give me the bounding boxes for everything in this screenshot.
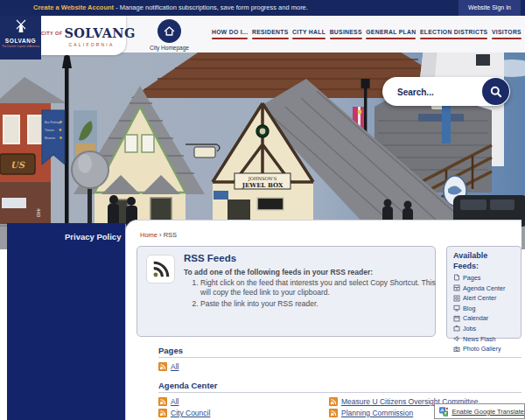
- section-title-pages: Pages: [158, 346, 183, 355]
- feed-row-agenda-all[interactable]: All: [158, 397, 178, 406]
- rss-intro-box: RSS Feeds To add one of the following fe…: [136, 246, 436, 337]
- feed-link-calendar[interactable]: Calendar: [453, 314, 521, 322]
- section-title-agenda-center: Agenda Center: [158, 381, 218, 390]
- search-bar: [382, 77, 510, 106]
- google-translate-button[interactable]: Enable Google Translate: [434, 403, 525, 419]
- banner-line-1: Bus Parking: [45, 121, 60, 124]
- content-panel: Home › RSS RSS Feeds To add one of the f…: [125, 220, 522, 420]
- nav-item-business[interactable]: BUSINESS: [330, 29, 362, 40]
- account-message: Create a Website Account - Manage notifi…: [33, 0, 308, 16]
- windmill-icon: [11, 18, 31, 33]
- rss-orange-icon: [158, 362, 167, 371]
- agenda-icon: [453, 284, 460, 291]
- create-account-link[interactable]: Create a Website Account: [33, 4, 114, 11]
- account-note: - Manage notification subscriptions, sav…: [114, 4, 308, 11]
- nav-item-how-do-i[interactable]: HOW DO I...: [212, 29, 248, 40]
- calendar-icon: [453, 315, 460, 322]
- search-icon: [489, 85, 503, 99]
- feed-link-alert-center[interactable]: Alert Center: [453, 294, 521, 302]
- logo-tagline: The Danish Capital of America: [0, 45, 41, 48]
- camera-icon: [453, 346, 460, 353]
- address-sign: 440: [36, 208, 41, 218]
- page: Create a Website Account - Manage notifi…: [0, 0, 525, 420]
- blog-icon: [453, 304, 460, 312]
- rss-steps-list: Right click on the feed that interests y…: [188, 278, 438, 310]
- shop-sign-line2: JEWEL BOX: [242, 181, 284, 189]
- rss-step-2: Paste the link into your RSS reader.: [200, 299, 438, 309]
- search-button[interactable]: [482, 78, 509, 105]
- brand-name: SOLVANG: [64, 25, 135, 40]
- brand-state: CALIFORNIA: [57, 42, 126, 47]
- nav-item-general-plan[interactable]: GENERAL PLAN: [366, 29, 416, 40]
- top-utility-bar: Create a Website Account - Manage notifi…: [0, 0, 525, 16]
- feed-row-pages-all[interactable]: All: [158, 362, 178, 371]
- google-translate-icon: [439, 407, 448, 416]
- nav-item-city-hall[interactable]: CITY HALL: [292, 29, 326, 40]
- section-rule: [158, 392, 522, 393]
- breadcrumb-current: RSS: [164, 231, 177, 239]
- rss-icon: [151, 260, 171, 279]
- nav-item-residents[interactable]: RESIDENTS: [252, 29, 289, 40]
- breadcrumb-home-link[interactable]: Home: [140, 231, 158, 239]
- banner-line-3: Museum: [45, 136, 56, 140]
- left-menu-panel: Privacy Policy: [7, 223, 125, 420]
- rss-feeds-lead: To add one of the following feeds in you…: [184, 268, 373, 276]
- menu-item-privacy-policy[interactable]: Privacy Policy: [7, 223, 125, 242]
- section-rule: [158, 357, 522, 358]
- rss-icon-tile: [146, 255, 175, 284]
- feed-link-news-flash[interactable]: News Flash: [453, 335, 521, 343]
- page-icon: [453, 274, 460, 281]
- megaphone-icon: [453, 335, 460, 342]
- website-signin-button[interactable]: Website Sign In: [458, 0, 521, 16]
- alert-icon: [453, 295, 460, 302]
- rss-orange-icon: [329, 397, 338, 406]
- available-feeds-title: Available Feeds:: [453, 251, 506, 271]
- briefcase-icon: [453, 325, 460, 332]
- logo-name: SOLVANG: [0, 38, 41, 44]
- rss-orange-icon: [158, 409, 167, 417]
- nav-item-election-districts[interactable]: ELECTION DISTRICTS: [420, 29, 488, 40]
- brand-prefix: CITY OF: [41, 31, 62, 36]
- feed-link-photo-gallery[interactable]: Photo Gallery: [453, 345, 521, 353]
- rss-feeds-title: RSS Feeds: [184, 253, 236, 263]
- home-icon: [163, 24, 176, 38]
- available-feeds-box: Available Feeds: Pages Agenda Center Ale…: [446, 246, 522, 339]
- main-navigation: HOW DO I... RESIDENTS CITY HALL BUSINESS…: [212, 16, 522, 52]
- solvang-logo[interactable]: SOLVANG The Danish Capital of America: [0, 16, 41, 60]
- rss-step-1: Right click on the feed that interests y…: [200, 278, 438, 298]
- feed-row-planning-commission[interactable]: Planning Commission: [329, 409, 413, 417]
- feed-link-blog[interactable]: Blog: [453, 304, 521, 312]
- brand-card[interactable]: CITY OFSOLVANG CALIFORNIA: [41, 16, 126, 55]
- city-homepage-button[interactable]: [158, 19, 181, 43]
- rss-orange-icon: [329, 409, 338, 417]
- feed-link-jobs[interactable]: Jobs: [453, 325, 521, 332]
- feed-link-agenda-center[interactable]: Agenda Center: [453, 284, 521, 292]
- feed-row-city-council[interactable]: City Council: [158, 409, 210, 417]
- breadcrumb-separator: ›: [159, 231, 162, 239]
- feed-link-pages[interactable]: Pages: [453, 274, 521, 282]
- nav-item-visitors[interactable]: VISITORS: [492, 29, 522, 40]
- banner-line-2: Theatre: [45, 129, 54, 132]
- city-homepage-label: City Homepage: [137, 45, 201, 51]
- wood-sign-text: US: [10, 160, 25, 170]
- rss-orange-icon: [158, 397, 167, 406]
- search-input[interactable]: [396, 82, 482, 102]
- google-translate-label: Enable Google Translate: [452, 408, 524, 416]
- breadcrumb: Home › RSS: [140, 231, 177, 239]
